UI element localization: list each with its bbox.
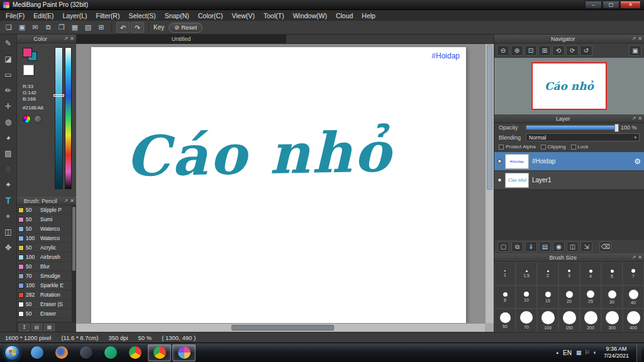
taskbar-app-icon[interactable] — [74, 344, 97, 361]
brush-size-option[interactable]: 50 — [494, 309, 516, 332]
brush-size-option[interactable]: 150 — [558, 309, 580, 332]
foreground-color-swatch[interactable] — [23, 48, 32, 57]
popout-icon[interactable]: ↗ — [632, 255, 636, 260]
brush-size-option[interactable]: 100 — [537, 309, 558, 332]
popout-icon[interactable]: ↗ — [632, 36, 636, 41]
zoom-in-icon[interactable]: ⊕ — [511, 45, 523, 56]
brush-size-option[interactable]: 1.5 — [516, 262, 537, 285]
brush-acrylic[interactable]: 50 Acrylic — [17, 243, 72, 253]
close-icon[interactable]: ✕ — [638, 116, 642, 121]
snap-menu[interactable]: Snap(N) — [160, 11, 194, 21]
brush-folder-icon[interactable]: ▤ — [31, 324, 42, 331]
brush-view-icon[interactable]: ▦ — [44, 324, 55, 331]
popout-icon[interactable]: ↗ — [64, 36, 69, 41]
hand-tool[interactable]: ✥ — [3, 242, 14, 253]
scrollbar-thumb[interactable] — [231, 325, 334, 331]
save-icon[interactable]: ▣ — [16, 22, 28, 33]
brush-size-option[interactable]: 8 — [494, 285, 516, 309]
help-menu[interactable]: Help — [357, 11, 380, 21]
window-menu[interactable]: Window(W) — [289, 11, 331, 21]
close-icon[interactable]: ✕ — [638, 255, 642, 260]
bucket-tool[interactable]: ◕ — [3, 132, 14, 143]
fullscreen-icon[interactable]: ▣ — [629, 45, 641, 56]
color-menu[interactable]: Color(C) — [194, 11, 228, 21]
move-tool[interactable]: ✛ — [3, 101, 14, 112]
brush-rotation[interactable]: 282 Rotation — [17, 290, 72, 300]
brush-tool[interactable]: ✏ — [3, 85, 14, 96]
brush-sparkle[interactable]: 100 Sparkle E — [17, 281, 72, 290]
reset-button[interactable]: ⊘ Reset — [169, 23, 203, 33]
tray-volume-icon[interactable]: ◖ — [593, 349, 596, 356]
hue-bar[interactable] — [65, 47, 72, 189]
copy-icon[interactable]: ⧉ — [43, 22, 54, 33]
layer-row[interactable]: #Hoidap #Hoidap ⚙ — [494, 152, 644, 171]
gradient-tool[interactable]: ▨ — [3, 148, 14, 159]
zoom-actual-icon[interactable]: ⊞ — [538, 45, 551, 56]
popout-icon[interactable]: ↗ — [632, 116, 636, 121]
brush-airbrush[interactable]: 100 Airbrush — [17, 253, 72, 262]
popout-icon[interactable]: ↗ — [64, 198, 69, 204]
close-button[interactable]: ✕ — [620, 1, 641, 9]
file-menu[interactable]: File(F) — [1, 11, 29, 21]
brush-size-option[interactable]: 30 — [601, 285, 623, 309]
clipping-checkbox[interactable]: Clipping — [541, 144, 566, 150]
lock-checkbox[interactable]: Lock — [571, 144, 589, 150]
material-icon[interactable]: ⊞ — [96, 22, 107, 33]
brush-size-option[interactable]: 70 — [516, 309, 537, 332]
undo-button[interactable]: ↶ — [116, 22, 130, 33]
paste-icon[interactable]: ❐ — [56, 22, 67, 33]
tray-network-icon[interactable]: ⚐ — [584, 349, 589, 356]
brush-size-option[interactable]: 10 — [516, 285, 537, 309]
brush-size-option[interactable]: 25 — [580, 285, 601, 309]
horizontal-scrollbar[interactable] — [76, 323, 485, 332]
brush-size-option[interactable]: 300 — [601, 309, 623, 332]
snap-grid-icon[interactable]: ▧ — [82, 22, 94, 33]
brush-stipple[interactable]: 50 Stipple P — [17, 206, 72, 215]
add-layer-icon[interactable]: ▢ — [497, 241, 509, 252]
layer-settings-gear-icon[interactable]: ⚙ — [634, 157, 641, 166]
brush-eraser-soft[interactable]: 50 Eraser (S — [17, 300, 72, 309]
comment-icon[interactable]: ✉ — [30, 22, 41, 33]
canvas-page[interactable]: #Hoidap Cáo nhỏ — [91, 47, 466, 323]
text-tool[interactable]: T — [3, 195, 14, 206]
brush-size-option[interactable]: 20 — [558, 285, 580, 309]
brush-size-option[interactable]: 200 — [580, 309, 601, 332]
layer-menu[interactable]: Layer(L) — [58, 11, 91, 21]
select-rect-tool[interactable]: ▭ — [3, 69, 14, 80]
tool-menu[interactable]: Tool(T) — [259, 11, 289, 21]
scrollbar-thumb[interactable] — [487, 45, 492, 190]
taskbar-firefox-icon[interactable] — [50, 344, 73, 361]
brush-size-option[interactable]: 3 — [558, 262, 580, 285]
rotate-reset-icon[interactable]: ↺ — [580, 45, 592, 56]
protect-alpha-checkbox[interactable]: Protect Alpha — [499, 144, 536, 150]
color-wheel-icon[interactable] — [23, 115, 31, 123]
visibility-dot[interactable] — [497, 178, 502, 182]
taskbar-medibang-icon[interactable] — [172, 344, 196, 361]
brush-sumi[interactable]: 50 Sumi — [17, 215, 72, 224]
new-canvas-icon[interactable]: ❏ — [3, 22, 14, 33]
saturation-bar-handle[interactable] — [53, 94, 64, 97]
eraser-tool[interactable]: ◪ — [3, 53, 14, 65]
redo-button[interactable]: ↷ — [131, 22, 144, 33]
document-viewport[interactable]: #Hoidap Cáo nhỏ — [76, 44, 485, 323]
taskbar-media-icon[interactable] — [25, 344, 48, 361]
start-button[interactable] — [4, 345, 20, 361]
hidden-icons-arrow[interactable]: ▴ — [557, 350, 559, 355]
maximize-button[interactable]: ▢ — [602, 1, 619, 9]
show-desktop-button[interactable] — [636, 343, 641, 362]
taskbar-chrome-active-icon[interactable] — [148, 344, 171, 361]
combine-layer-icon[interactable]: ◫ — [567, 241, 579, 252]
lasso-tool[interactable]: ◌ — [3, 163, 14, 175]
brush-watercolor-2[interactable]: 100 Waterco — [17, 234, 72, 243]
minimize-button[interactable]: – — [585, 1, 602, 9]
pen-tool[interactable]: ✎ — [3, 38, 14, 49]
brush-size-option[interactable]: 400 — [623, 309, 644, 332]
brush-size-option[interactable]: 1 — [494, 262, 516, 285]
filter-menu[interactable]: Filter(R) — [92, 11, 125, 21]
divide-tool[interactable]: ◫ — [3, 226, 14, 238]
delete-layer-icon[interactable]: ⌫ — [599, 241, 611, 252]
taskbar-messenger-icon[interactable] — [99, 344, 122, 361]
brush-size-option[interactable]: 7 — [623, 262, 644, 285]
fill-tool[interactable]: ◍ — [3, 116, 14, 128]
brush-size-option[interactable]: 15 — [537, 285, 558, 309]
